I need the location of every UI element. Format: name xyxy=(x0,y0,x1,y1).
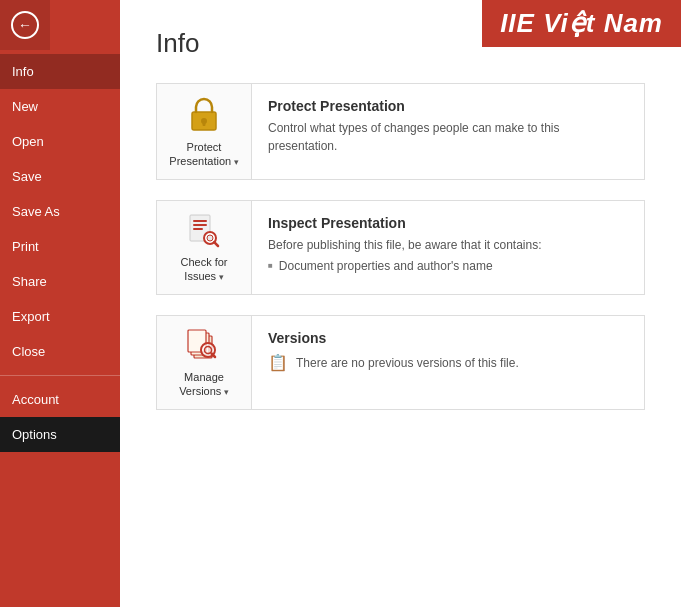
protect-icon-label: ProtectPresentation ▾ xyxy=(169,140,238,169)
versions-icon-box[interactable]: ManageVersions ▾ xyxy=(157,316,252,409)
versions-description: 📋 There are no previous versions of this… xyxy=(268,351,628,375)
main-content: IIE Việt Nam Info ProtectPresentation ▾ … xyxy=(120,0,681,607)
sidebar-item-info[interactable]: Info xyxy=(0,54,120,89)
inspect-icon-label: Check forIssues ▾ xyxy=(180,255,227,284)
brand-logo: IIE Việt Nam xyxy=(482,0,681,47)
lock-icon xyxy=(186,94,222,134)
sidebar: ← Info New Open Save Save As Print Share… xyxy=(0,0,120,607)
svg-rect-5 xyxy=(193,224,207,226)
sidebar-item-open[interactable]: Open xyxy=(0,124,120,159)
svg-point-9 xyxy=(207,235,213,241)
versions-icon-label: ManageVersions ▾ xyxy=(179,370,229,399)
inspect-icon xyxy=(186,211,222,249)
protect-presentation-card: ProtectPresentation ▾ Protect Presentati… xyxy=(156,83,645,180)
inspect-description: Before publishing this file, be aware th… xyxy=(268,236,628,254)
protect-icon-box[interactable]: ProtectPresentation ▾ xyxy=(157,84,252,179)
protect-title: Protect Presentation xyxy=(268,98,628,114)
inspect-list-item: Document properties and author's name xyxy=(268,259,628,273)
inspect-content: Inspect Presentation Before publishing t… xyxy=(252,201,644,287)
sidebar-item-close[interactable]: Close xyxy=(0,334,120,369)
inspect-icon-box[interactable]: Check forIssues ▾ xyxy=(157,201,252,294)
back-arrow-icon: ← xyxy=(11,11,39,39)
sidebar-item-export[interactable]: Export xyxy=(0,299,120,334)
protect-content: Protect Presentation Control what types … xyxy=(252,84,644,169)
svg-line-8 xyxy=(214,242,218,246)
sidebar-item-save-as[interactable]: Save As xyxy=(0,194,120,229)
sidebar-item-account[interactable]: Account xyxy=(0,382,120,417)
versions-title: Versions xyxy=(268,330,628,346)
sidebar-item-print[interactable]: Print xyxy=(0,229,120,264)
sidebar-divider xyxy=(0,375,120,376)
versions-icon xyxy=(186,326,222,364)
back-button[interactable]: ← xyxy=(0,0,50,50)
inspect-presentation-card: Check forIssues ▾ Inspect Presentation B… xyxy=(156,200,645,295)
versions-card: ManageVersions ▾ Versions 📋 There are no… xyxy=(156,315,645,410)
no-versions-icon: 📋 xyxy=(268,351,288,375)
inspect-list: Document properties and author's name xyxy=(268,259,628,273)
svg-rect-4 xyxy=(193,220,207,222)
svg-rect-6 xyxy=(193,228,203,230)
versions-content: Versions 📋 There are no previous version… xyxy=(252,316,644,389)
sidebar-item-options[interactable]: Options xyxy=(0,417,120,452)
protect-description: Control what types of changes people can… xyxy=(268,119,628,155)
sidebar-item-new[interactable]: New xyxy=(0,89,120,124)
sidebar-item-share[interactable]: Share xyxy=(0,264,120,299)
sidebar-item-save[interactable]: Save xyxy=(0,159,120,194)
inspect-title: Inspect Presentation xyxy=(268,215,628,231)
svg-rect-2 xyxy=(203,121,206,126)
